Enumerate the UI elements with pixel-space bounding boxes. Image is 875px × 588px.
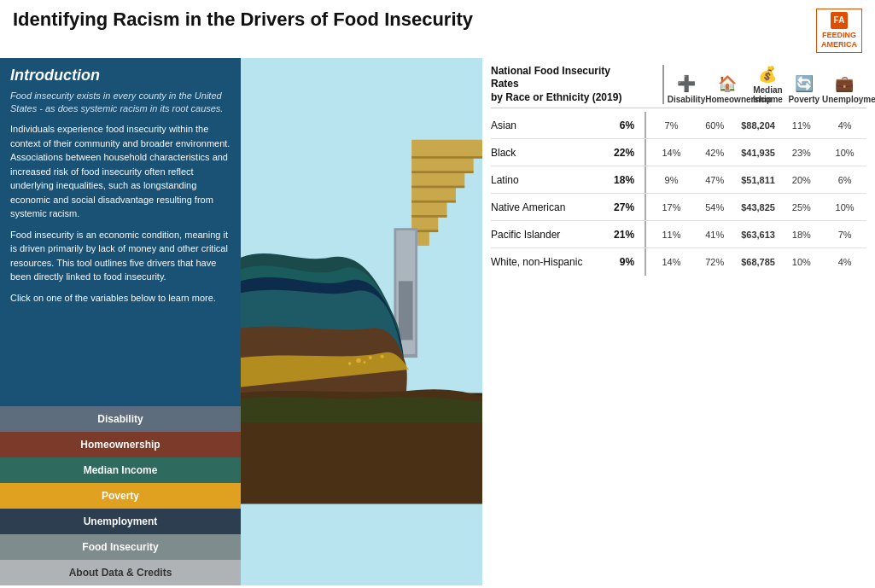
table-header-row: National Food Insecurity Ratesby Race or… — [491, 65, 866, 109]
race-cell: Black — [491, 147, 608, 159]
intro-title: Introduction — [10, 67, 230, 84]
disability-cell: 7% — [650, 120, 693, 131]
median-income-cell: $68,785 — [737, 257, 780, 267]
poverty-icon: 🔄 — [786, 74, 822, 93]
homeownership-cell: 42% — [693, 148, 737, 158]
col-header-homeownership: 🏠 Homeownership — [705, 74, 750, 104]
svg-rect-5 — [411, 201, 446, 216]
rate-cell: 9% — [608, 256, 641, 268]
intro-subtitle: Food insecurity exists in every county i… — [10, 90, 230, 116]
nav-btn-median-income[interactable]: Median Income — [0, 457, 241, 483]
nav-buttons: Disability Homeownership Median Income P… — [0, 406, 241, 585]
unemployment-cell: 10% — [823, 202, 866, 212]
disability-cell: 14% — [650, 148, 693, 158]
svg-rect-4 — [411, 187, 456, 201]
intro-paragraph3: Click on one of the variables below to l… — [10, 291, 230, 306]
col-header-median-income: 💰 Median Income — [750, 65, 785, 104]
row-divider — [645, 112, 646, 138]
median-income-icon: 💰 — [750, 65, 785, 84]
svg-rect-2 — [411, 157, 473, 172]
disability-cell: 14% — [650, 257, 693, 267]
row-divider — [645, 194, 646, 220]
table-row: White, non-Hispanic 9% 14% 72% $68,785 1… — [491, 248, 866, 276]
nav-btn-poverty[interactable]: Poverty — [0, 483, 241, 509]
table-title: National Food Insecurity Ratesby Race or… — [491, 65, 632, 105]
row-divider — [645, 248, 646, 276]
unemployment-cell: 10% — [823, 148, 866, 158]
nav-btn-food-insecurity[interactable]: Food Insecurity — [0, 534, 241, 560]
table-row: Native American 27% 17% 54% $43,825 25% … — [491, 194, 866, 221]
homeownership-cell: 72% — [693, 257, 737, 267]
median-income-cell: $88,204 — [737, 120, 780, 131]
race-cell: Asian — [491, 119, 608, 131]
svg-point-18 — [369, 356, 372, 359]
body-layout: Introduction Food insecurity exists in e… — [0, 58, 875, 585]
svg-rect-1 — [411, 139, 482, 157]
poverty-cell: 18% — [779, 230, 823, 240]
poverty-cell: 23% — [779, 148, 823, 158]
col-header-poverty: 🔄 Poverty — [786, 74, 822, 104]
rate-cell: 18% — [608, 174, 641, 186]
unemployment-cell: 4% — [823, 257, 866, 267]
svg-rect-8 — [411, 156, 482, 159]
logo-line1: FEEDING — [821, 31, 857, 40]
table-row: Latino 18% 9% 47% $51,811 20% 6% — [491, 166, 866, 194]
nav-btn-homeownership[interactable]: Homeownership — [0, 432, 241, 457]
intro-box: Introduction Food insecurity exists in e… — [0, 58, 241, 406]
poverty-cell: 20% — [779, 175, 823, 185]
homeownership-cell: 60% — [693, 120, 737, 131]
row-divider — [645, 139, 646, 166]
svg-rect-16 — [399, 281, 413, 340]
table-row: Asian 6% 7% 60% $88,204 11% 4% — [491, 112, 866, 139]
homeownership-cell: 54% — [693, 202, 737, 212]
nav-btn-unemployment[interactable]: Unemployment — [0, 509, 241, 534]
header: Identifying Racism in the Drivers of Foo… — [0, 0, 875, 58]
table-row: Black 22% 14% 42% $41,935 23% 10% — [491, 139, 866, 166]
intro-paragraph2: Food insecurity is an economic condition… — [10, 228, 230, 284]
col-header-disability: ➕ Disability — [668, 74, 705, 104]
row-divider — [645, 166, 646, 193]
unemployment-icon: 💼 — [822, 74, 866, 93]
race-cell: White, non-Hispanic — [491, 256, 608, 268]
unemployment-cell: 4% — [823, 120, 866, 131]
median-income-cell: $63,613 — [737, 230, 780, 240]
poverty-cell: 10% — [779, 257, 823, 267]
rate-cell: 21% — [608, 229, 641, 241]
svg-rect-11 — [411, 200, 456, 202]
svg-rect-3 — [411, 172, 464, 186]
poverty-cell: 11% — [779, 120, 823, 131]
homeownership-icon: 🏠 — [705, 74, 750, 93]
median-income-cell: $43,825 — [737, 202, 780, 212]
race-cell: Native American — [491, 201, 608, 213]
race-cell: Latino — [491, 174, 608, 186]
table-rows-container: Asian 6% 7% 60% $88,204 11% 4% Black 22%… — [491, 112, 866, 276]
table-area: National Food Insecurity Ratesby Race or… — [482, 58, 875, 585]
nav-btn-about-data[interactable]: About Data & Credits — [0, 560, 241, 585]
disability-cell: 17% — [650, 202, 693, 212]
svg-point-19 — [381, 354, 384, 358]
svg-point-21 — [364, 361, 366, 364]
left-sidebar: Introduction Food insecurity exists in e… — [0, 58, 241, 585]
logo-line2: AMERICA — [821, 40, 857, 49]
disability-cell: 11% — [650, 230, 693, 240]
feeding-america-logo: FA FEEDING AMERICA — [816, 9, 862, 53]
poverty-cell: 25% — [779, 202, 823, 212]
median-income-cell: $51,811 — [737, 175, 780, 185]
rate-cell: 27% — [608, 201, 641, 213]
unemployment-cell: 7% — [823, 230, 866, 240]
nav-btn-disability[interactable]: Disability — [0, 406, 241, 432]
svg-rect-12 — [411, 215, 446, 218]
svg-point-17 — [356, 358, 361, 363]
disability-icon: ➕ — [668, 74, 705, 93]
table-row: Pacific Islander 21% 11% 41% $63,613 18%… — [491, 221, 866, 248]
svg-rect-9 — [411, 171, 473, 173]
race-cell: Pacific Islander — [491, 229, 608, 241]
rate-cell: 6% — [608, 119, 641, 131]
rate-cell: 22% — [608, 147, 641, 159]
unemployment-cell: 6% — [823, 175, 866, 185]
center-illustration — [241, 58, 482, 585]
intro-paragraph1: Individuals experience food insecurity w… — [10, 122, 230, 221]
row-divider — [645, 221, 646, 247]
illustration-svg — [241, 58, 482, 585]
col-header-unemployment: 💼 Unemployment — [822, 74, 866, 104]
